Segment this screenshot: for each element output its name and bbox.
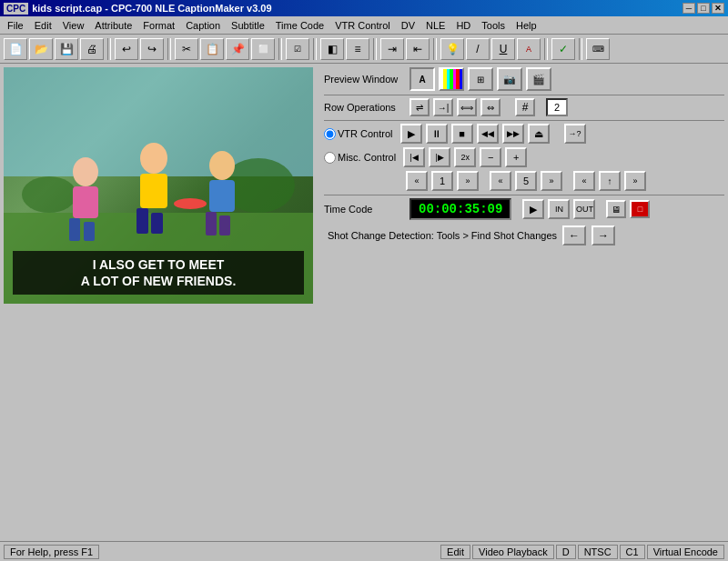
tb-light[interactable]: 💡: [440, 38, 464, 60]
divider-1: [324, 95, 724, 95]
close-button[interactable]: ✕: [712, 3, 724, 14]
tc-icon1[interactable]: 🖥: [606, 200, 626, 218]
tb-open[interactable]: 📂: [29, 38, 53, 60]
tb-save[interactable]: 💾: [55, 38, 78, 60]
vtr-radio[interactable]: [324, 128, 336, 140]
tb-special2[interactable]: ⌨: [586, 38, 610, 60]
svg-rect-13: [209, 180, 235, 212]
preview-btn-grid[interactable]: ⊞: [468, 67, 493, 91]
menu-format[interactable]: Format: [137, 18, 180, 33]
menu-view[interactable]: View: [57, 18, 90, 33]
menu-timecode[interactable]: Time Code: [270, 18, 329, 33]
preview-btn-color[interactable]: [439, 67, 464, 91]
vtr-label: VTR Control: [338, 128, 393, 139]
menu-help[interactable]: Help: [511, 18, 542, 33]
subtitle-overlay: I ALSO GET TO MEET A LOT OF NEW FRIENDS.: [13, 251, 304, 295]
misc2-btn8[interactable]: ↑: [599, 171, 621, 191]
tb-cut[interactable]: ✂: [175, 38, 198, 60]
vtr-arrow-right[interactable]: →?: [564, 124, 586, 144]
svg-point-8: [140, 143, 167, 174]
shot-back[interactable]: ←: [562, 225, 586, 245]
menu-tools[interactable]: Tools: [476, 18, 511, 33]
row-count-display: 2: [546, 98, 568, 116]
title-bar-left: CPC kids script.cap - CPC-700 NLE Captio…: [4, 3, 272, 15]
right-panel: Preview Window A ⊞ 📷 🎬 Row Operations ⇌ …: [320, 64, 728, 541]
menu-dv[interactable]: DV: [396, 18, 420, 33]
tc-out[interactable]: OUT: [573, 199, 595, 219]
tb-outdent[interactable]: ⇤: [406, 38, 430, 60]
misc-btn2[interactable]: |▶: [429, 147, 450, 167]
preview-btn-text[interactable]: A: [410, 67, 435, 91]
tb-redo[interactable]: ↪: [140, 38, 164, 60]
tb-checkmark[interactable]: ✓: [551, 38, 575, 60]
tc-play[interactable]: ▶: [522, 199, 544, 219]
menu-attribute[interactable]: Attribute: [89, 18, 137, 33]
menu-vtr-control[interactable]: VTR Control: [329, 18, 396, 33]
app-icon: CPC: [4, 3, 28, 15]
row-ops-btn3[interactable]: ⟺: [457, 98, 477, 116]
subtitle-line1: I ALSO GET TO MEET: [18, 256, 298, 273]
vtr-stop[interactable]: ■: [451, 124, 473, 144]
shot-forward[interactable]: →: [592, 225, 615, 245]
tb-indent[interactable]: ⇥: [380, 38, 404, 60]
svg-rect-14: [206, 212, 217, 235]
tb-special[interactable]: ⬜: [251, 38, 275, 60]
menu-subtitle[interactable]: Subtitle: [226, 18, 270, 33]
svg-rect-10: [136, 208, 148, 234]
misc-radio[interactable]: [324, 152, 336, 164]
vtr-pause[interactable]: ⏸: [426, 124, 448, 144]
ntsc-status: NTSC: [578, 545, 618, 559]
misc-control-row2: « 1 » « 5 » « ↑ »: [406, 171, 724, 191]
toolbar-sep-3: [278, 38, 282, 60]
divider-3: [324, 195, 724, 195]
tc-icon2[interactable]: □: [630, 200, 650, 218]
menu-edit[interactable]: Edit: [29, 18, 57, 33]
left-panel: I ALSO GET TO MEET A LOT OF NEW FRIENDS.: [0, 64, 320, 541]
menu-caption[interactable]: Caption: [180, 18, 226, 33]
vtr-play[interactable]: ▶: [400, 124, 422, 144]
misc2-btn4[interactable]: «: [490, 171, 511, 191]
misc2-btn6[interactable]: »: [541, 171, 562, 191]
tb-paste[interactable]: 📌: [226, 38, 249, 60]
tb-new[interactable]: 📄: [4, 38, 27, 60]
misc-minus[interactable]: −: [480, 147, 501, 167]
shot-change-text: Shot Change Detection: Tools > Find Shot…: [328, 230, 557, 241]
tb-align-left[interactable]: ◧: [320, 38, 344, 60]
tb-undo[interactable]: ↩: [115, 38, 138, 60]
preview-btn-camera[interactable]: 📷: [497, 67, 522, 91]
tb-align-center[interactable]: ≡: [346, 38, 369, 60]
preview-window-row: Preview Window A ⊞ 📷 🎬: [324, 67, 724, 91]
vtr-eject[interactable]: ⏏: [528, 124, 550, 144]
misc2-btn7[interactable]: «: [573, 171, 595, 191]
tc-in[interactable]: IN: [548, 199, 570, 219]
menu-nle[interactable]: NLE: [420, 18, 450, 33]
vtr-rew[interactable]: ◀◀: [477, 124, 499, 144]
misc2-btn5[interactable]: 5: [515, 171, 537, 191]
maximize-button[interactable]: □: [697, 3, 710, 14]
row-ops-row: Row Operations ⇌ →| ⟺ ⇔ # 2: [324, 98, 724, 116]
virtual-encode-status: Virtual Encode: [647, 545, 724, 559]
tb-underline[interactable]: U: [491, 38, 515, 60]
misc2-btn1[interactable]: «: [406, 171, 428, 191]
misc2-btn2[interactable]: 1: [431, 171, 453, 191]
shot-change-bar: Shot Change Detection: Tools > Find Shot…: [324, 224, 724, 247]
tb-color[interactable]: A: [517, 38, 541, 60]
preview-btn-film[interactable]: 🎬: [526, 67, 551, 91]
minimize-button[interactable]: ─: [682, 3, 695, 14]
row-ops-btn4[interactable]: ⇔: [480, 98, 500, 116]
row-ops-btn2[interactable]: →|: [433, 98, 453, 116]
tb-check[interactable]: ☑: [286, 38, 309, 60]
misc2-btn3[interactable]: »: [457, 171, 479, 191]
misc2-btn9[interactable]: »: [624, 171, 646, 191]
row-ops-btn1[interactable]: ⇌: [410, 98, 430, 116]
menu-hd[interactable]: HD: [450, 18, 476, 33]
vtr-ff[interactable]: ▶▶: [502, 124, 524, 144]
misc-btn1[interactable]: |◀: [403, 147, 425, 167]
misc-plus[interactable]: +: [505, 147, 527, 167]
tb-print[interactable]: 🖨: [80, 38, 104, 60]
tb-copy[interactable]: 📋: [200, 38, 224, 60]
tb-pen[interactable]: /: [466, 38, 490, 60]
misc-2x[interactable]: 2x: [454, 147, 476, 167]
row-ops-hash[interactable]: #: [515, 98, 535, 116]
menu-file[interactable]: File: [2, 18, 29, 33]
